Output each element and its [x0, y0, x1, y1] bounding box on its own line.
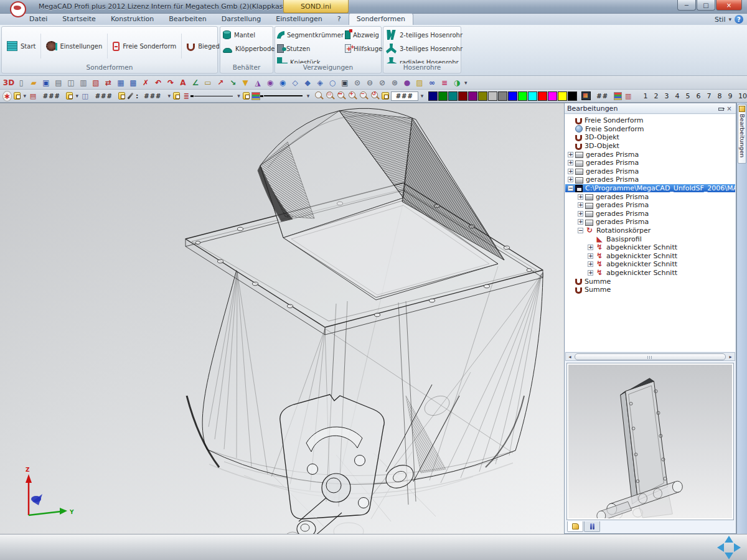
color-swatch[interactable] [508, 91, 517, 101]
acad-export-icon[interactable]: A [177, 77, 189, 88]
start-button[interactable]: Start [2, 34, 41, 58]
tree-expander-icon[interactable]: − [578, 228, 583, 233]
style-caret-icon[interactable]: ▾ [728, 16, 731, 22]
layer-value[interactable]: ### [39, 93, 64, 100]
menu-tab[interactable]: ? [330, 14, 349, 25]
move-icon[interactable]: ▼ [239, 77, 251, 88]
group-lock-icon[interactable] [66, 92, 73, 100]
tree-item-summe[interactable]: Summe [565, 286, 735, 294]
tree-expander-icon[interactable]: + [578, 194, 583, 200]
hosenrohr-2-button[interactable]: 2-teiliges Hosenrohr [386, 30, 458, 40]
group-value[interactable]: ### [92, 93, 116, 100]
stutzen-button[interactable]: Stutzen [277, 44, 344, 54]
open-file-icon[interactable]: ▰ [27, 77, 40, 88]
sphere-blue-icon[interactable]: ◉ [276, 77, 289, 88]
tree-item-gerades-prisma[interactable]: + gerades Prisma [565, 175, 735, 184]
color-number[interactable]: 3 [664, 92, 669, 100]
mantel-button[interactable]: Mantel [223, 30, 270, 40]
scroll-right-icon[interactable]: ▸ [726, 353, 735, 360]
color-value-box[interactable]: ### [391, 91, 418, 101]
tree-item-rotationskoerper[interactable]: − ↻ Rotationskörper [565, 226, 735, 235]
maximize-button[interactable]: □ [697, 0, 715, 11]
zoom-in-icon[interactable]: + [347, 91, 357, 101]
color-swatch[interactable] [528, 91, 537, 101]
color-swatch[interactable] [448, 91, 458, 101]
redline-delete-icon[interactable]: ✗ [139, 77, 152, 88]
tree-item-abgeknickter-schnitt[interactable]: + ↯ abgeknickter Schnitt [565, 252, 735, 261]
view-iso-icon[interactable]: ◇ [289, 77, 301, 88]
zoom-box-icon[interactable]: ▭ [325, 91, 335, 101]
tree-expander-icon[interactable]: + [578, 211, 583, 217]
zoom-previous-icon[interactable]: ↺ [370, 91, 380, 101]
zoom-out-icon[interactable]: − [359, 91, 369, 101]
tree-expander-icon[interactable]: + [588, 253, 593, 259]
tree-expander-icon[interactable]: + [578, 219, 583, 225]
pen-caret-icon[interactable]: ▾ [167, 93, 171, 99]
color-swatch[interactable] [498, 91, 507, 101]
palette-icon[interactable] [251, 92, 260, 100]
pen-icon[interactable] [128, 93, 134, 100]
linetype-caret-icon[interactable]: ▾ [237, 93, 241, 99]
print-icon[interactable]: ▤ [52, 77, 65, 88]
linetype-icon[interactable]: ≣ [182, 91, 190, 101]
coordinate-axes-icon[interactable]: ∠ [189, 77, 202, 88]
layer-lock-icon[interactable] [14, 92, 21, 100]
tree-expander-icon[interactable]: + [588, 261, 593, 267]
color-caret-icon[interactable]: ▾ [420, 93, 425, 99]
color-number[interactable]: 4 [675, 92, 680, 100]
color-lock-icon[interactable] [382, 92, 388, 100]
zoom-extents-icon[interactable]: ↔ [336, 91, 346, 101]
color-number[interactable]: 6 [696, 92, 701, 100]
selection-y-icon[interactable]: ↘ [227, 77, 239, 88]
toolbar-overflow-icon[interactable]: ▾ [464, 80, 467, 86]
pin-icon[interactable] [717, 105, 725, 112]
tree-item-gerades-prisma[interactable]: + gerades Prisma [565, 210, 735, 218]
save-file-icon[interactable]: ▣ [40, 77, 52, 88]
style-menu[interactable]: Stil [715, 16, 725, 24]
color-swatch[interactable] [478, 91, 487, 101]
minimize-button[interactable]: − [677, 0, 696, 11]
hosenrohr-3-button[interactable]: 3-teiliges Hosenrohr [386, 44, 458, 54]
color-swatch[interactable] [428, 91, 438, 101]
new-file-icon[interactable]: ▯ [15, 77, 27, 88]
help-icon[interactable]: ? [735, 15, 743, 24]
color-number[interactable]: 2 [654, 92, 659, 100]
tree-item-freie-sonderform[interactable]: Freie Sonderform [565, 125, 735, 134]
menu-tab[interactable]: Einstellungen [268, 14, 330, 25]
color-number[interactable]: 7 [707, 92, 712, 100]
close-button[interactable]: × [716, 0, 742, 11]
tree-item-abgeknickter-schnitt[interactable]: + ↯ abgeknickter Schnitt [565, 269, 735, 278]
tree-expander-icon[interactable]: + [568, 169, 573, 174]
screen-view-icon[interactable]: ▣ [339, 77, 351, 88]
tree-horizontal-scrollbar[interactable]: ◂ ▸ [565, 352, 735, 361]
opengl-icon[interactable]: ● [401, 77, 413, 88]
window-cascade-icon[interactable]: ▦ [115, 77, 127, 88]
segmentkruemmer-button[interactable]: Segmentkrümmer [277, 30, 344, 40]
menu-tab[interactable]: Sonderformen [349, 13, 413, 25]
redo-icon[interactable]: ↷ [164, 77, 177, 88]
tree-item-freie-sonderform[interactable]: Freie Sonderform [565, 116, 735, 125]
color-wheel-icon[interactable]: ◑ [451, 77, 463, 88]
tree-item-gerades-prisma[interactable]: + gerades Prisma [565, 150, 735, 159]
panel-tab-parts[interactable] [567, 521, 583, 532]
bearbeitungen-strip-tab[interactable]: Bearbeitungen [738, 104, 746, 164]
cylinder-hidden-icon[interactable]: ⊖ [364, 77, 376, 88]
group-manager-icon[interactable]: ◫ [81, 91, 90, 101]
zoom-window-icon[interactable] [314, 91, 324, 101]
scrollbar-thumb[interactable] [575, 353, 726, 360]
cylinder-shaded-icon[interactable]: ⊛ [388, 77, 401, 88]
search-parts-icon[interactable]: ∞ [426, 77, 438, 88]
snap-star-button[interactable]: ∗ [2, 91, 12, 101]
color-number-value[interactable]: ## [593, 93, 612, 100]
color-swatch[interactable] [438, 91, 448, 101]
menu-tab[interactable]: Datei [22, 14, 55, 25]
background-color-icon[interactable] [581, 91, 591, 100]
exchange-icon[interactable]: ⇄ [102, 77, 115, 88]
part-preview-canvas[interactable] [568, 365, 732, 518]
doc-tab-sond-ini[interactable]: SOND.ini [283, 0, 349, 13]
abzweig-button[interactable]: Abzweig [345, 30, 384, 40]
color-bars-icon[interactable] [614, 92, 622, 100]
window-tile-icon[interactable]: ▩ [127, 77, 139, 88]
undo-icon[interactable]: ↶ [152, 77, 164, 88]
tree-item-gerades-prisma[interactable]: + gerades Prisma [565, 167, 735, 176]
